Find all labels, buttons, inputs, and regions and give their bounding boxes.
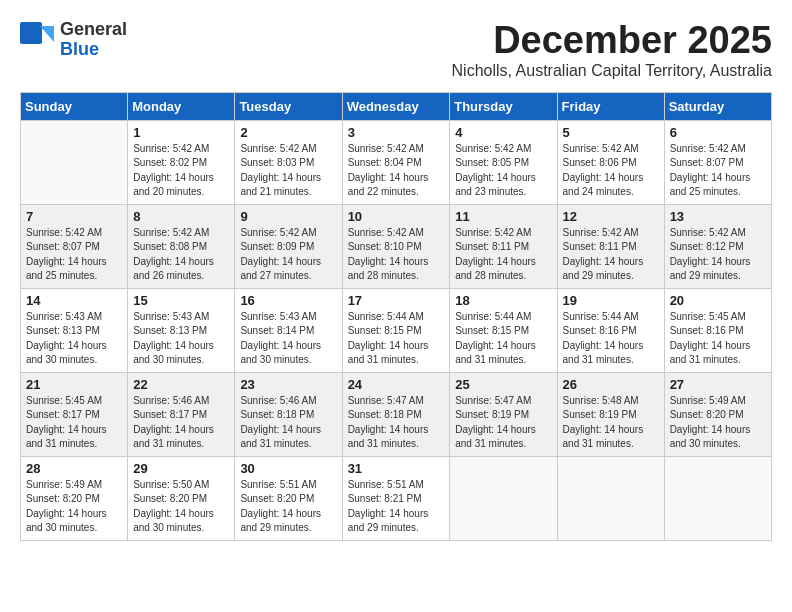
day-number: 25 bbox=[455, 377, 551, 392]
table-row: 24Sunrise: 5:47 AM Sunset: 8:18 PM Dayli… bbox=[342, 372, 450, 456]
table-row: 6Sunrise: 5:42 AM Sunset: 8:07 PM Daylig… bbox=[664, 120, 771, 204]
day-number: 2 bbox=[240, 125, 336, 140]
table-row: 17Sunrise: 5:44 AM Sunset: 8:15 PM Dayli… bbox=[342, 288, 450, 372]
day-number: 11 bbox=[455, 209, 551, 224]
day-number: 13 bbox=[670, 209, 766, 224]
col-friday: Friday bbox=[557, 92, 664, 120]
day-number: 31 bbox=[348, 461, 445, 476]
table-row: 25Sunrise: 5:47 AM Sunset: 8:19 PM Dayli… bbox=[450, 372, 557, 456]
table-row: 3Sunrise: 5:42 AM Sunset: 8:04 PM Daylig… bbox=[342, 120, 450, 204]
table-row: 20Sunrise: 5:45 AM Sunset: 8:16 PM Dayli… bbox=[664, 288, 771, 372]
header: General Blue December 2025 Nicholls, Aus… bbox=[20, 20, 772, 88]
day-info: Sunrise: 5:44 AM Sunset: 8:16 PM Dayligh… bbox=[563, 310, 659, 368]
table-row: 1Sunrise: 5:42 AM Sunset: 8:02 PM Daylig… bbox=[128, 120, 235, 204]
day-number: 20 bbox=[670, 293, 766, 308]
day-number: 3 bbox=[348, 125, 445, 140]
day-number: 14 bbox=[26, 293, 122, 308]
day-info: Sunrise: 5:49 AM Sunset: 8:20 PM Dayligh… bbox=[670, 394, 766, 452]
table-row: 19Sunrise: 5:44 AM Sunset: 8:16 PM Dayli… bbox=[557, 288, 664, 372]
day-number: 18 bbox=[455, 293, 551, 308]
day-info: Sunrise: 5:42 AM Sunset: 8:07 PM Dayligh… bbox=[26, 226, 122, 284]
day-info: Sunrise: 5:44 AM Sunset: 8:15 PM Dayligh… bbox=[348, 310, 445, 368]
subtitle: Nicholls, Australian Capital Territory, … bbox=[452, 62, 772, 80]
day-info: Sunrise: 5:51 AM Sunset: 8:21 PM Dayligh… bbox=[348, 478, 445, 536]
table-row: 11Sunrise: 5:42 AM Sunset: 8:11 PM Dayli… bbox=[450, 204, 557, 288]
col-saturday: Saturday bbox=[664, 92, 771, 120]
day-number: 28 bbox=[26, 461, 122, 476]
calendar-week-row: 1Sunrise: 5:42 AM Sunset: 8:02 PM Daylig… bbox=[21, 120, 772, 204]
day-info: Sunrise: 5:42 AM Sunset: 8:05 PM Dayligh… bbox=[455, 142, 551, 200]
col-sunday: Sunday bbox=[21, 92, 128, 120]
day-number: 7 bbox=[26, 209, 122, 224]
day-info: Sunrise: 5:42 AM Sunset: 8:10 PM Dayligh… bbox=[348, 226, 445, 284]
table-row bbox=[21, 120, 128, 204]
day-number: 22 bbox=[133, 377, 229, 392]
calendar-table: Sunday Monday Tuesday Wednesday Thursday… bbox=[20, 92, 772, 541]
table-row: 14Sunrise: 5:43 AM Sunset: 8:13 PM Dayli… bbox=[21, 288, 128, 372]
day-info: Sunrise: 5:42 AM Sunset: 8:02 PM Dayligh… bbox=[133, 142, 229, 200]
table-row: 26Sunrise: 5:48 AM Sunset: 8:19 PM Dayli… bbox=[557, 372, 664, 456]
title-section: December 2025 Nicholls, Australian Capit… bbox=[452, 20, 772, 88]
day-info: Sunrise: 5:42 AM Sunset: 8:08 PM Dayligh… bbox=[133, 226, 229, 284]
day-info: Sunrise: 5:45 AM Sunset: 8:16 PM Dayligh… bbox=[670, 310, 766, 368]
table-row: 7Sunrise: 5:42 AM Sunset: 8:07 PM Daylig… bbox=[21, 204, 128, 288]
day-number: 6 bbox=[670, 125, 766, 140]
day-info: Sunrise: 5:42 AM Sunset: 8:12 PM Dayligh… bbox=[670, 226, 766, 284]
day-info: Sunrise: 5:45 AM Sunset: 8:17 PM Dayligh… bbox=[26, 394, 122, 452]
day-number: 1 bbox=[133, 125, 229, 140]
col-tuesday: Tuesday bbox=[235, 92, 342, 120]
day-info: Sunrise: 5:44 AM Sunset: 8:15 PM Dayligh… bbox=[455, 310, 551, 368]
day-number: 24 bbox=[348, 377, 445, 392]
logo-blue: Blue bbox=[60, 40, 127, 60]
day-info: Sunrise: 5:47 AM Sunset: 8:18 PM Dayligh… bbox=[348, 394, 445, 452]
day-number: 27 bbox=[670, 377, 766, 392]
col-thursday: Thursday bbox=[450, 92, 557, 120]
month-title: December 2025 bbox=[452, 20, 772, 62]
day-number: 10 bbox=[348, 209, 445, 224]
day-info: Sunrise: 5:42 AM Sunset: 8:09 PM Dayligh… bbox=[240, 226, 336, 284]
col-wednesday: Wednesday bbox=[342, 92, 450, 120]
day-info: Sunrise: 5:42 AM Sunset: 8:06 PM Dayligh… bbox=[563, 142, 659, 200]
calendar-header-row: Sunday Monday Tuesday Wednesday Thursday… bbox=[21, 92, 772, 120]
day-info: Sunrise: 5:42 AM Sunset: 8:04 PM Dayligh… bbox=[348, 142, 445, 200]
page-container: General Blue December 2025 Nicholls, Aus… bbox=[20, 20, 772, 541]
table-row bbox=[664, 456, 771, 540]
col-monday: Monday bbox=[128, 92, 235, 120]
table-row: 23Sunrise: 5:46 AM Sunset: 8:18 PM Dayli… bbox=[235, 372, 342, 456]
calendar-week-row: 21Sunrise: 5:45 AM Sunset: 8:17 PM Dayli… bbox=[21, 372, 772, 456]
day-info: Sunrise: 5:43 AM Sunset: 8:13 PM Dayligh… bbox=[26, 310, 122, 368]
table-row: 22Sunrise: 5:46 AM Sunset: 8:17 PM Dayli… bbox=[128, 372, 235, 456]
day-info: Sunrise: 5:42 AM Sunset: 8:07 PM Dayligh… bbox=[670, 142, 766, 200]
table-row: 27Sunrise: 5:49 AM Sunset: 8:20 PM Dayli… bbox=[664, 372, 771, 456]
table-row: 13Sunrise: 5:42 AM Sunset: 8:12 PM Dayli… bbox=[664, 204, 771, 288]
day-number: 30 bbox=[240, 461, 336, 476]
day-number: 23 bbox=[240, 377, 336, 392]
table-row: 31Sunrise: 5:51 AM Sunset: 8:21 PM Dayli… bbox=[342, 456, 450, 540]
table-row: 9Sunrise: 5:42 AM Sunset: 8:09 PM Daylig… bbox=[235, 204, 342, 288]
table-row: 21Sunrise: 5:45 AM Sunset: 8:17 PM Dayli… bbox=[21, 372, 128, 456]
table-row: 28Sunrise: 5:49 AM Sunset: 8:20 PM Dayli… bbox=[21, 456, 128, 540]
table-row: 30Sunrise: 5:51 AM Sunset: 8:20 PM Dayli… bbox=[235, 456, 342, 540]
table-row: 12Sunrise: 5:42 AM Sunset: 8:11 PM Dayli… bbox=[557, 204, 664, 288]
day-number: 26 bbox=[563, 377, 659, 392]
table-row: 5Sunrise: 5:42 AM Sunset: 8:06 PM Daylig… bbox=[557, 120, 664, 204]
day-number: 17 bbox=[348, 293, 445, 308]
table-row bbox=[450, 456, 557, 540]
day-info: Sunrise: 5:47 AM Sunset: 8:19 PM Dayligh… bbox=[455, 394, 551, 452]
day-info: Sunrise: 5:42 AM Sunset: 8:11 PM Dayligh… bbox=[455, 226, 551, 284]
day-info: Sunrise: 5:48 AM Sunset: 8:19 PM Dayligh… bbox=[563, 394, 659, 452]
calendar-week-row: 28Sunrise: 5:49 AM Sunset: 8:20 PM Dayli… bbox=[21, 456, 772, 540]
logo: General Blue bbox=[20, 20, 127, 60]
day-info: Sunrise: 5:42 AM Sunset: 8:03 PM Dayligh… bbox=[240, 142, 336, 200]
table-row bbox=[557, 456, 664, 540]
day-info: Sunrise: 5:49 AM Sunset: 8:20 PM Dayligh… bbox=[26, 478, 122, 536]
day-number: 4 bbox=[455, 125, 551, 140]
table-row: 4Sunrise: 5:42 AM Sunset: 8:05 PM Daylig… bbox=[450, 120, 557, 204]
calendar-week-row: 14Sunrise: 5:43 AM Sunset: 8:13 PM Dayli… bbox=[21, 288, 772, 372]
day-number: 16 bbox=[240, 293, 336, 308]
calendar-week-row: 7Sunrise: 5:42 AM Sunset: 8:07 PM Daylig… bbox=[21, 204, 772, 288]
day-info: Sunrise: 5:43 AM Sunset: 8:14 PM Dayligh… bbox=[240, 310, 336, 368]
table-row: 29Sunrise: 5:50 AM Sunset: 8:20 PM Dayli… bbox=[128, 456, 235, 540]
day-info: Sunrise: 5:51 AM Sunset: 8:20 PM Dayligh… bbox=[240, 478, 336, 536]
logo-icon bbox=[20, 22, 56, 58]
